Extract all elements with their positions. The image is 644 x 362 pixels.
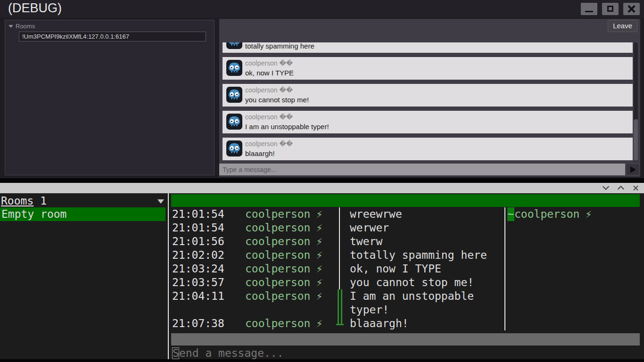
send-button[interactable]	[626, 164, 640, 175]
terminal-message-row: 21:03:24 coolperson⚡ ok, now I TYPE	[171, 262, 640, 276]
lightning-icon: ⚡	[316, 235, 322, 247]
message-time: 21:01:54	[172, 221, 224, 235]
message-sender: coolperson⚡	[245, 317, 322, 330]
chat-panel: Leave	[219, 19, 640, 177]
terminal-room-item[interactable]: Empty room	[0, 207, 165, 221]
rooms-header-label: Rooms	[1, 195, 33, 207]
owner-prefix-badge: ~	[507, 207, 514, 221]
rooms-count: 1	[40, 195, 47, 207]
sender-name: coolperson	[245, 249, 310, 261]
message-text: twerw	[350, 235, 382, 248]
message-sender	[245, 303, 251, 317]
chat-scrollbar-track[interactable]	[634, 42, 638, 162]
window-title: (DEBUG)	[8, 1, 62, 16]
chat-message-card: coolperson �� totally spamming here	[223, 42, 633, 53]
lightning-icon: ⚡	[316, 290, 322, 302]
terminal-message-input[interactable]: Send a message...	[172, 347, 284, 359]
member-item: ~coolperson⚡	[507, 207, 592, 221]
message-sender: coolperson⚡	[245, 207, 322, 221]
room-tree-item[interactable]: !Um3PCMPI9kziIXMfL4:127.0.0.1:6167	[19, 32, 206, 41]
godot-robot-svg	[227, 42, 241, 48]
godot-robot-icon	[226, 87, 242, 103]
room-name: Empty room	[1, 208, 66, 220]
message-text: I am an unstoppable	[350, 289, 474, 303]
rooms-tree-label: Rooms	[16, 23, 35, 30]
close-button[interactable]	[623, 3, 640, 15]
message-time: 21:01:56	[172, 235, 224, 248]
sender-name: coolperson	[245, 290, 310, 302]
room-topic-bar	[171, 194, 640, 207]
chat-message-card: coolperson �� you cannot stop me!	[223, 84, 633, 107]
send-arrow-icon	[630, 166, 636, 173]
terminal-message-row: typer!	[171, 303, 640, 317]
dropdown-arrow-icon[interactable]	[157, 199, 164, 204]
maximize-button[interactable]	[602, 3, 619, 15]
message-time: 21:01:54	[172, 207, 224, 221]
message-sender: coolperson⚡	[245, 262, 322, 276]
godot-robot-icon	[226, 42, 242, 49]
message-gutter-scrollbar	[336, 221, 343, 235]
sender-name: coolperson	[245, 235, 310, 247]
terminal-message-pane: 21:01:54 coolperson⚡ wreewrwe 21:01:54 c…	[171, 193, 640, 359]
message-sender: coolperson⚡	[245, 221, 322, 235]
message-time: 21:03:57	[172, 276, 224, 289]
godot-robot-icon	[226, 60, 242, 76]
message-gutter-scrollbar	[336, 276, 343, 289]
leave-button[interactable]: Leave	[608, 20, 637, 32]
sender-name: coolperson	[245, 208, 310, 220]
godot-robot-svg	[227, 115, 241, 129]
message-text: ok, now I TYPE	[245, 69, 294, 77]
chat-message-list: coolperson �� totally spamming here	[223, 42, 633, 162]
message-time: 21:02:02	[172, 248, 224, 262]
terminal-message-row: 21:01:56 coolperson⚡ twerw	[171, 235, 640, 248]
message-time: 21:07:38	[172, 317, 224, 330]
message-sender: coolperson ��	[245, 86, 293, 94]
rooms-tree-header[interactable]: Rooms	[8, 23, 35, 30]
message-text: blaaargh!	[350, 317, 409, 330]
minimize-button[interactable]	[581, 3, 597, 15]
sender-name: coolperson	[245, 263, 310, 275]
terminal-message-rows: 21:01:54 coolperson⚡ wreewrwe 21:01:54 c…	[171, 207, 640, 330]
rooms-pane-divider	[168, 193, 169, 359]
message-text: blaaargh!	[245, 149, 275, 157]
chat-scrollbar-thumb[interactable]	[634, 119, 638, 161]
lightning-icon: ⚡	[316, 317, 322, 329]
message-time: 21:03:24	[172, 262, 224, 276]
message-input[interactable]	[219, 164, 625, 175]
chevron-up-icon[interactable]	[617, 184, 624, 191]
message-gutter-scrollbar	[336, 317, 343, 330]
terminal-rooms-header[interactable]: Rooms1	[0, 194, 168, 207]
message-text: werwer	[350, 221, 389, 235]
input-placeholder-text: end a message...	[179, 347, 284, 359]
window-controls	[581, 3, 640, 15]
terminal-titlebar-icons	[602, 184, 639, 191]
message-text: you cannot stop me!	[245, 96, 309, 104]
godot-robot-svg	[227, 61, 241, 75]
window-titlebar[interactable]: (DEBUG)	[0, 0, 644, 17]
sender-name: coolperson	[245, 276, 310, 288]
message-text: typer!	[350, 303, 389, 317]
message-gutter-scrollbar	[336, 207, 343, 221]
message-text: I am an unstoppable typer!	[245, 123, 329, 131]
message-text: totally spamming here	[350, 248, 487, 262]
chat-input-row	[219, 164, 640, 175]
chat-message-card: coolperson �� ok, now I TYPE	[223, 57, 633, 80]
lightning-icon: ⚡	[585, 208, 592, 220]
message-sender: coolperson ��	[245, 59, 293, 67]
text-cursor: S	[172, 347, 179, 359]
terminal-message-row: 21:04:11 coolperson⚡ I am an unstoppable	[171, 289, 640, 303]
terminal-message-row: 21:01:54 coolperson⚡ werwer	[171, 221, 640, 235]
terminal-body: Rooms1 Empty room 21:01:54 coolperson⚡ w…	[0, 193, 644, 359]
collapse-arrow-icon	[8, 25, 13, 28]
terminal-message-row: 21:03:57 coolperson⚡ you cannot stop me!	[171, 276, 640, 289]
close-icon[interactable]	[632, 184, 639, 191]
message-gutter-scrollbar	[336, 303, 343, 317]
chevron-down-icon[interactable]	[602, 184, 609, 191]
member-list: ~coolperson⚡	[507, 207, 592, 221]
message-gutter-scrollbar	[336, 248, 343, 262]
terminal-titlebar[interactable]	[0, 183, 644, 193]
message-text: totally spamming here	[245, 42, 314, 50]
lightning-icon: ⚡	[316, 208, 322, 220]
minimize-icon	[585, 11, 593, 12]
lightning-icon: ⚡	[316, 222, 322, 234]
